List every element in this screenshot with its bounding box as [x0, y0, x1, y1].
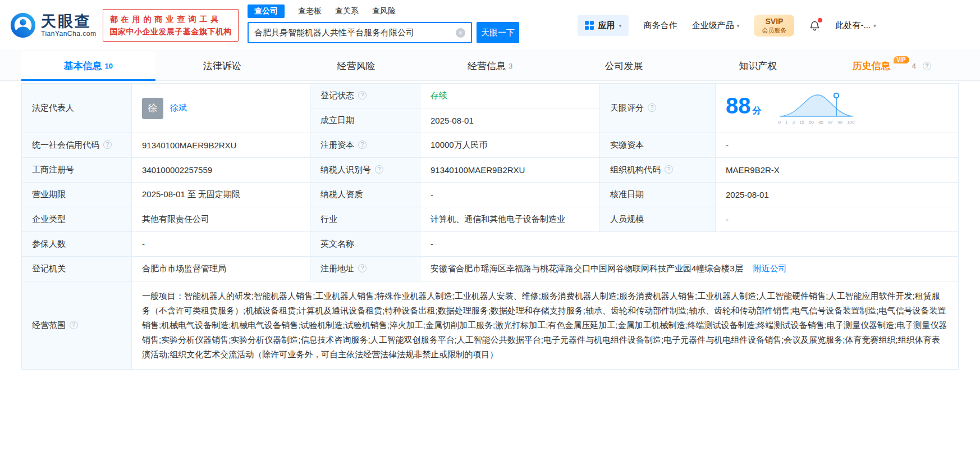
- search-tab-company[interactable]: 查公司: [248, 4, 285, 18]
- field-label: 营业期限: [32, 189, 66, 199]
- search-area: 查公司 查老板 查关系 查风险 × 天眼一下: [248, 0, 519, 43]
- value-org-code: MAER9B2R-X: [716, 158, 959, 183]
- clear-search-icon[interactable]: ×: [456, 28, 465, 38]
- value-staff-size: -: [716, 207, 959, 232]
- label-business-scope: 经营范围?: [22, 281, 132, 370]
- help-icon[interactable]: ?: [923, 62, 931, 70]
- table-row: 工商注册号 340100002257559 纳税人识别号? 91340100MA…: [22, 158, 959, 183]
- business-cooperation-link[interactable]: 商务合作: [643, 20, 677, 31]
- caret-down-icon: ▾: [619, 22, 621, 29]
- status-badge: 存续: [431, 90, 447, 100]
- company-nav-tabs: 基本信息 10 法律诉讼 经营风险 经营信息 3 公司发展 知识产权 历史信息 …: [0, 51, 980, 81]
- field-label: 行业: [320, 214, 337, 224]
- value-legal-rep: 徐 徐斌: [132, 84, 310, 133]
- score-value: 88 分: [726, 93, 762, 123]
- top-header: 天眼查 TianYanCha.com 都在用的商业查询工具 国家中小企业发展子基…: [0, 0, 980, 51]
- apps-label: 应用: [598, 20, 615, 31]
- score-number: 88: [726, 93, 751, 118]
- tab-legal-proceedings[interactable]: 法律诉讼: [155, 51, 290, 80]
- help-icon[interactable]: ?: [358, 91, 367, 99]
- help-icon[interactable]: ?: [70, 321, 78, 329]
- table-row: 参保人数 - 英文名称 -: [22, 232, 959, 257]
- search-tabs: 查公司 查老板 查关系 查风险: [248, 4, 519, 18]
- help-icon[interactable]: ?: [358, 264, 367, 272]
- notification-dot: [818, 18, 822, 22]
- label-insured-count: 参保人数: [22, 232, 132, 257]
- tab-company-development[interactable]: 公司发展: [557, 51, 691, 80]
- tab-history-info[interactable]: 历史信息 VIP 4 ?: [825, 51, 959, 80]
- field-label: 登记状态: [320, 90, 354, 100]
- value-reg-capital: 10000万人民币: [420, 133, 600, 158]
- field-label: 人员规模: [610, 214, 644, 224]
- tianyancha-logo[interactable]: 天眼查 TianYanCha.com: [10, 12, 96, 38]
- field-label: 纳税人识别号: [320, 165, 371, 174]
- table-row: 经营范围? 一般项目：智能机器人的研发;智能机器人销售;工业机器人销售;特殊作业…: [22, 281, 959, 370]
- label-legal-rep: 法定代表人: [22, 84, 132, 133]
- apps-button[interactable]: 应用 ▾: [578, 15, 629, 36]
- tab-count: 10: [105, 62, 113, 70]
- nearby-companies-link[interactable]: 附近公司: [753, 263, 787, 273]
- search-tab-boss[interactable]: 查老板: [298, 6, 322, 16]
- help-icon[interactable]: ?: [665, 165, 673, 174]
- label-approval-date: 核准日期: [600, 183, 716, 207]
- value-reg-number: 340100002257559: [132, 158, 310, 183]
- label-org-code: 组织机构代码?: [600, 158, 716, 183]
- label-business-term: 营业期限: [22, 183, 132, 207]
- search-button[interactable]: 天眼一下: [477, 22, 519, 43]
- value-reg-authority: 合肥市市场监督管理局: [132, 257, 310, 281]
- tab-operation-info[interactable]: 经营信息 3: [423, 51, 557, 80]
- tab-intellectual-property[interactable]: 知识产权: [691, 51, 825, 80]
- search-input-box: ×: [248, 22, 472, 43]
- tab-label: 公司发展: [605, 60, 643, 72]
- slogan-line1: 都在用的商业查询工具: [109, 13, 232, 25]
- table-row: 法定代表人 徐 徐斌 登记状态? 存续 天眼评分?: [22, 84, 959, 108]
- help-icon[interactable]: ?: [358, 140, 367, 149]
- field-label: 企业类型: [32, 214, 66, 224]
- value-business-term: 2025-08-01 至 无固定期限: [132, 183, 310, 207]
- basic-info-section: 法定代表人 徐 徐斌 登记状态? 存续 天眼评分?: [0, 81, 980, 370]
- field-label: 成立日期: [320, 115, 354, 125]
- field-label: 英文名称: [320, 239, 354, 248]
- table-row: 营业期限 2025-08-01 至 无固定期限 纳税人资质 - 核准日期 202…: [22, 183, 959, 207]
- legal-rep-avatar[interactable]: 徐: [142, 98, 163, 119]
- svip-badge[interactable]: SVIP 会员服务: [754, 15, 794, 37]
- field-label: 经营范围: [32, 320, 66, 330]
- help-icon[interactable]: ?: [375, 165, 383, 174]
- value-industry: 计算机、通信和其他电子设备制造业: [420, 207, 600, 232]
- value-english-name: -: [420, 232, 959, 257]
- company-info-table: 法定代表人 徐 徐斌 登记状态? 存续 天眼评分?: [21, 83, 959, 370]
- field-label: 天眼评分: [610, 103, 644, 112]
- value-business-scope: 一般项目：智能机器人的研发;智能机器人销售;工业机器人销售;特殊作业机器人制造;…: [132, 281, 959, 370]
- help-icon[interactable]: ?: [648, 103, 656, 112]
- header-right-menu: 应用 ▾ 商务合作 企业级产品 ▾ SVIP 会员服务 此处有-... ▾: [578, 15, 876, 37]
- enterprise-products-label: 企业级产品: [692, 20, 734, 31]
- legal-rep-name-link[interactable]: 徐斌: [170, 103, 187, 113]
- value-company-type: 其他有限责任公司: [132, 207, 310, 232]
- table-row: 统一社会信用代码? 91340100MAER9B2RXU 注册资本? 10000…: [22, 133, 959, 158]
- search-tab-relation[interactable]: 查关系: [335, 6, 359, 16]
- tab-operation-risk[interactable]: 经营风险: [289, 51, 423, 80]
- label-reg-authority: 登记机关: [22, 257, 132, 281]
- company-search-input[interactable]: [254, 28, 456, 38]
- field-label: 登记机关: [32, 263, 66, 273]
- value-score: 88 分 0131550859799100: [716, 84, 959, 133]
- notification-bell-icon[interactable]: [809, 20, 821, 31]
- field-label: 注册资本: [320, 140, 354, 149]
- label-score: 天眼评分?: [600, 84, 716, 133]
- label-reg-capital: 注册资本?: [310, 133, 420, 158]
- tab-label: 经营信息: [468, 60, 506, 72]
- enterprise-products-link[interactable]: 企业级产品 ▾: [692, 20, 739, 31]
- help-icon[interactable]: ?: [103, 140, 112, 149]
- value-reg-status: 存续: [420, 84, 600, 108]
- user-menu[interactable]: 此处有-... ▾: [835, 20, 876, 31]
- tab-label: 基本信息: [64, 60, 102, 72]
- tab-count: 3: [509, 62, 512, 70]
- field-label: 统一社会信用代码: [32, 140, 99, 149]
- address-text: 安徽省合肥市瑶海区幸福路与桃花潭路交口中国网谷物联网科技产业园4幢综合楼3层: [431, 263, 743, 273]
- tab-basic-info[interactable]: 基本信息 10: [21, 51, 155, 80]
- tab-label: 知识产权: [739, 60, 777, 72]
- caret-down-icon: ▾: [873, 22, 876, 29]
- search-tab-risk[interactable]: 查风险: [372, 6, 396, 16]
- tab-label: 历史信息: [853, 60, 891, 72]
- table-row: 企业类型 其他有限责任公司 行业 计算机、通信和其他电子设备制造业 人员规模 -: [22, 207, 959, 232]
